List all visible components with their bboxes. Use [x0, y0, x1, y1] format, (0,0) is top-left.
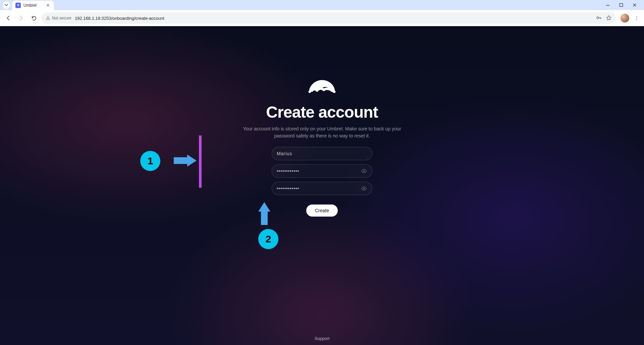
window-controls — [603, 1, 644, 9]
arrow-right-icon — [18, 15, 24, 21]
svg-point-7 — [636, 19, 637, 20]
name-field-wrapper — [272, 147, 372, 160]
nav-forward-button[interactable] — [16, 13, 26, 23]
svg-point-9 — [363, 188, 365, 189]
svg-rect-2 — [48, 18, 48, 19]
page-subtext: Your account info is stored only on your… — [238, 125, 406, 139]
confirm-password-field-wrapper — [272, 182, 372, 195]
svg-point-5 — [636, 16, 637, 17]
page-title: Create account — [266, 103, 378, 121]
annotation-arrow-right-icon — [187, 155, 197, 167]
window-close-button[interactable] — [630, 1, 639, 9]
name-input[interactable] — [277, 151, 367, 156]
password-field-wrapper — [272, 164, 372, 178]
nav-back-button[interactable] — [3, 13, 13, 23]
arrow-left-icon — [5, 15, 11, 21]
svg-rect-1 — [620, 4, 623, 7]
page-viewport: Create account Your account info is stor… — [0, 26, 644, 345]
tab-title: Umbrel — [23, 3, 43, 8]
nav-reload-button[interactable] — [29, 13, 39, 23]
browser-menu-button[interactable] — [633, 14, 641, 22]
bookmark-star-button[interactable] — [606, 15, 612, 22]
reload-icon — [31, 15, 37, 21]
browser-tab[interactable]: ☂ Umbrel ✕ — [12, 1, 54, 10]
chevron-down-icon — [5, 4, 8, 6]
window-maximize-button[interactable] — [616, 1, 626, 9]
confirm-password-input[interactable] — [277, 186, 361, 191]
password-key-icon[interactable] — [596, 15, 602, 22]
annotation-bar-icon — [199, 135, 202, 188]
window-minimize-button[interactable] — [603, 1, 612, 9]
address-bar[interactable]: Not secure 192.168.1.18:3253/onboarding/… — [42, 12, 616, 24]
toolbar: Not secure 192.168.1.18:3253/onboarding/… — [0, 10, 644, 26]
svg-point-6 — [636, 18, 637, 18]
not-secure-icon — [46, 16, 50, 20]
security-badge[interactable]: Not secure — [46, 16, 71, 20]
annotation-badge-2: 2 — [258, 229, 278, 249]
umbrel-favicon-icon: ☂ — [15, 3, 21, 8]
titlebar: ☂ Umbrel ✕ — [0, 0, 644, 10]
tab-search-dropdown[interactable] — [3, 1, 10, 9]
svg-point-4 — [597, 17, 599, 19]
svg-point-8 — [363, 170, 365, 172]
kebab-icon — [634, 15, 639, 21]
confirm-password-visibility-toggle[interactable] — [361, 185, 367, 192]
password-visibility-toggle[interactable] — [361, 168, 367, 174]
close-icon — [633, 3, 637, 7]
minimize-icon — [606, 3, 610, 7]
svg-rect-0 — [606, 5, 609, 6]
tab-close-button[interactable]: ✕ — [45, 3, 51, 8]
create-button[interactable]: Create — [306, 205, 338, 217]
eye-icon — [361, 168, 367, 174]
maximize-icon — [619, 3, 623, 7]
profile-avatar[interactable] — [621, 14, 629, 22]
support-link[interactable]: Support — [315, 336, 329, 341]
url-text: 192.168.1.18:3253/onboarding/create-acco… — [75, 16, 164, 21]
eye-icon — [361, 185, 367, 191]
umbrel-logo-icon — [307, 78, 337, 97]
password-input[interactable] — [277, 168, 361, 174]
svg-rect-3 — [48, 19, 48, 19]
security-label: Not secure — [52, 16, 71, 20]
annotation-badge-1: 1 — [140, 151, 160, 171]
annotation-1: 1 — [140, 135, 207, 192]
create-account-form: Create — [272, 147, 372, 217]
